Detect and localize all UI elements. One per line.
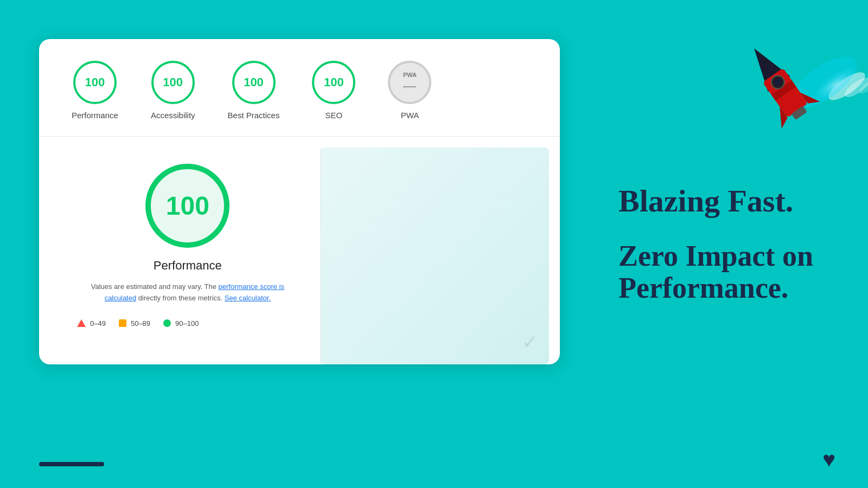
blazing-fast-text: Blazing Fast.	[618, 184, 825, 219]
legend-green-label: 90–100	[175, 319, 199, 328]
desc-text-1: Values are estimated and may vary. The	[91, 282, 216, 291]
desc-text-2: directly from these metrics.	[138, 294, 225, 302]
scores-row: 100 Performance 100 Accessibility 100 Be…	[39, 39, 560, 137]
performance-panel: 100 Performance Values are estimated and…	[39, 137, 320, 364]
legend-row: 0–49 50–89 90–100	[77, 319, 199, 328]
score-label-best-practices: Best Practices	[228, 111, 280, 120]
rocket-illustration	[727, 0, 868, 146]
score-item-best-practices: 100 Best Practices	[228, 61, 280, 120]
score-value-seo: 100	[324, 75, 344, 89]
legend-red-label: 0–49	[90, 319, 106, 328]
bottom-nav-bar[interactable]	[39, 462, 104, 466]
big-score-circle: 100	[145, 164, 229, 248]
zero-impact-text: Zero Impact on Performance.	[618, 240, 825, 305]
score-circle-pwa: PWA—	[388, 61, 431, 104]
right-content-area: Blazing Fast. Zero Impact on Performance…	[618, 184, 825, 305]
score-value-pwa: PWA—	[403, 72, 417, 93]
perf-description: Values are estimated and may vary. The p…	[77, 281, 298, 304]
lighthouse-card: 100 Performance 100 Accessibility 100 Be…	[39, 39, 560, 364]
calculator-link[interactable]: See calculator.	[225, 294, 271, 302]
score-value-performance: 100	[85, 75, 105, 89]
legend-orange-label: 50–89	[131, 319, 150, 328]
orange-square-icon	[119, 319, 126, 327]
pwa-dash: —	[403, 78, 416, 93]
score-label-accessibility: Accessibility	[151, 111, 195, 120]
score-circle-seo: 100	[312, 61, 355, 104]
score-item-accessibility: 100 Accessibility	[151, 61, 195, 120]
chart-panel: ✓	[321, 147, 549, 364]
legend-red: 0–49	[77, 319, 106, 328]
legend-green: 90–100	[163, 319, 199, 328]
score-item-performance: 100 Performance	[72, 61, 118, 120]
heart-icon: ♥	[822, 447, 835, 472]
red-triangle-icon	[77, 319, 86, 327]
score-circle-accessibility: 100	[151, 61, 195, 104]
score-circle-performance: 100	[73, 61, 117, 104]
score-label-pwa: PWA	[401, 111, 419, 120]
score-item-seo: 100 SEO	[312, 61, 355, 120]
big-score-value: 100	[166, 191, 209, 221]
score-item-pwa: PWA— PWA	[388, 61, 431, 120]
perf-title: Performance	[77, 259, 298, 273]
score-label-seo: SEO	[326, 111, 343, 120]
chart-checkmark-icon: ✓	[522, 331, 538, 354]
bottom-section: 100 Performance Values are estimated and…	[39, 137, 560, 364]
score-label-performance: Performance	[72, 111, 118, 120]
score-value-best-practices: 100	[244, 75, 264, 89]
green-dot-icon	[163, 319, 171, 327]
score-value-accessibility: 100	[163, 75, 183, 89]
score-circle-best-practices: 100	[232, 61, 276, 104]
legend-orange: 50–89	[119, 319, 150, 328]
